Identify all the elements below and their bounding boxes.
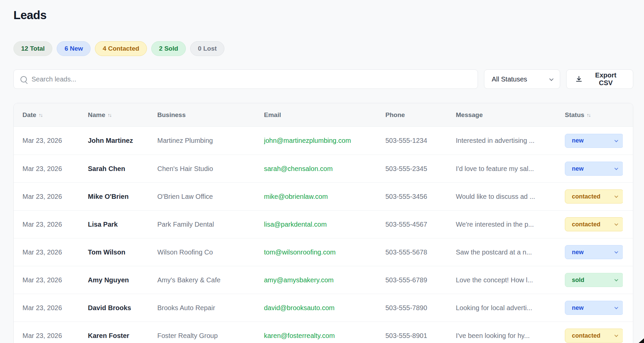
summary-pills: 12 Total 6 New 4 Contacted 2 Sold 0 Lost	[13, 41, 633, 56]
status-label: contacted	[572, 193, 600, 200]
leads-page: Leads 12 Total 6 New 4 Contacted 2 Sold …	[0, 0, 644, 343]
lead-name: Sarah Chen	[88, 165, 157, 173]
lead-name: Amy Nguyen	[88, 276, 157, 284]
lead-status-cell: sold	[565, 273, 623, 287]
export-csv-button[interactable]: Export CSV	[566, 69, 633, 89]
lead-business: Park Family Dental	[157, 221, 264, 228]
search-icon	[20, 76, 27, 82]
lead-phone: 503-555-5678	[385, 248, 456, 256]
lead-message: I've been looking for hy...	[456, 332, 565, 340]
pill-contacted[interactable]: 4 Contacted	[95, 41, 147, 56]
download-icon	[575, 75, 583, 83]
table-row: Mar 23, 2026 Amy Nguyen Amy's Bakery & C…	[14, 266, 633, 294]
status-label: contacted	[572, 221, 600, 228]
status-label: new	[572, 165, 584, 172]
lead-name: Tom Wilson	[88, 248, 157, 256]
lead-phone: 503-555-6789	[385, 276, 456, 284]
column-header-date[interactable]: Date ↑↓	[22, 111, 88, 119]
lead-date: Mar 23, 2026	[22, 248, 88, 256]
pill-new[interactable]: 6 New	[57, 41, 91, 56]
lead-name: Mike O'Brien	[88, 193, 157, 201]
chevron-down-icon	[614, 305, 618, 309]
lead-status-cell: new	[565, 134, 623, 148]
lead-email-link[interactable]: john@martinezplumbing.com	[264, 137, 385, 145]
lead-date: Mar 23, 2026	[22, 332, 88, 340]
table-body: Mar 23, 2026 John Martinez Martinez Plum…	[14, 127, 633, 343]
lead-name: John Martinez	[88, 137, 157, 145]
lead-status-cell: contacted	[565, 217, 623, 231]
export-csv-label: Export CSV	[587, 71, 624, 87]
status-label: new	[572, 249, 584, 256]
column-header-business: Business	[157, 111, 264, 119]
status-label: new	[572, 137, 584, 144]
lead-email-link[interactable]: mike@obrienlaw.com	[264, 193, 385, 201]
lead-email-link[interactable]: lisa@parkdental.com	[264, 221, 385, 228]
lead-phone: 503-555-1234	[385, 137, 456, 145]
lead-business: Martinez Plumbing	[157, 137, 264, 145]
lead-date: Mar 23, 2026	[22, 193, 88, 201]
lead-business: Chen's Hair Studio	[157, 165, 264, 173]
lead-email-link[interactable]: karen@fosterrealty.com	[264, 332, 385, 340]
lead-message: I'd love to feature my sal...	[456, 165, 565, 173]
status-dropdown[interactable]: contacted	[565, 189, 623, 204]
status-dropdown[interactable]: contacted	[565, 217, 623, 231]
status-dropdown[interactable]: new	[565, 162, 623, 176]
chevron-down-icon	[614, 250, 618, 253]
status-filter-value: All Statuses	[492, 75, 527, 83]
chevron-down-icon	[614, 222, 618, 226]
lead-message: We're interested in the p...	[456, 221, 565, 228]
status-filter-dropdown[interactable]: All Statuses	[484, 69, 560, 89]
column-header-email: Email	[264, 111, 385, 119]
pill-total[interactable]: 12 Total	[13, 41, 52, 56]
table-row: Mar 23, 2026 Sarah Chen Chen's Hair Stud…	[14, 155, 633, 182]
table-row: Mar 23, 2026 Karen Foster Foster Realty …	[14, 322, 633, 343]
lead-business: Foster Realty Group	[157, 332, 264, 340]
lead-email-link[interactable]: sarah@chensalon.com	[264, 165, 385, 173]
lead-phone: 503-555-3456	[385, 193, 456, 201]
lead-date: Mar 23, 2026	[22, 304, 88, 312]
lead-date: Mar 23, 2026	[22, 276, 88, 284]
search-input[interactable]	[32, 75, 471, 83]
lead-message: Saw the postcard at a n...	[456, 248, 565, 256]
lead-date: Mar 23, 2026	[22, 137, 88, 145]
chevron-down-icon	[614, 138, 618, 142]
chevron-down-icon	[614, 194, 618, 198]
toolbar: All Statuses Export CSV	[13, 69, 633, 89]
column-header-name[interactable]: Name ↑↓	[88, 111, 157, 119]
table-row: Mar 23, 2026 David Brooks Brooks Auto Re…	[14, 294, 633, 322]
page-title: Leads	[13, 8, 633, 22]
lead-status-cell: contacted	[565, 329, 623, 343]
lead-business: Wilson Roofing Co	[157, 248, 264, 256]
leads-table: Date ↑↓ Name ↑↓ Business Email Phone Mes…	[13, 103, 633, 343]
status-dropdown[interactable]: new	[565, 245, 623, 259]
lead-status-cell: new	[565, 301, 623, 315]
lead-name: Lisa Park	[88, 221, 157, 228]
table-row: Mar 23, 2026 John Martinez Martinez Plum…	[14, 127, 633, 155]
status-dropdown[interactable]: contacted	[565, 329, 623, 343]
lead-email-link[interactable]: amy@amysbakery.com	[264, 276, 385, 284]
chevron-down-icon	[614, 333, 618, 337]
table-row: Mar 23, 2026 Lisa Park Park Family Denta…	[14, 210, 633, 238]
lead-status-cell: new	[565, 162, 623, 176]
search-box[interactable]	[13, 69, 478, 89]
column-header-phone: Phone	[385, 111, 456, 119]
table-row: Mar 23, 2026 Tom Wilson Wilson Roofing C…	[14, 238, 633, 266]
lead-message: Would like to discuss ad ...	[456, 193, 565, 201]
chevron-down-icon	[549, 76, 554, 81]
lead-date: Mar 23, 2026	[22, 165, 88, 173]
lead-business: Amy's Bakery & Cafe	[157, 276, 264, 284]
status-dropdown[interactable]: sold	[565, 273, 623, 287]
lead-name: David Brooks	[88, 304, 157, 312]
lead-email-link[interactable]: tom@wilsonroofing.com	[264, 248, 385, 256]
status-label: new	[572, 304, 584, 311]
lead-status-cell: new	[565, 245, 623, 259]
status-label: sold	[572, 277, 584, 284]
pill-lost[interactable]: 0 Lost	[190, 41, 224, 56]
lead-business: O'Brien Law Office	[157, 193, 264, 201]
status-dropdown[interactable]: new	[565, 301, 623, 315]
lead-message: Interested in advertising ...	[456, 137, 565, 145]
column-header-status[interactable]: Status ↑↓	[565, 111, 623, 119]
pill-sold[interactable]: 2 Sold	[151, 41, 186, 56]
status-dropdown[interactable]: new	[565, 134, 623, 148]
lead-email-link[interactable]: david@brooksauto.com	[264, 304, 385, 312]
